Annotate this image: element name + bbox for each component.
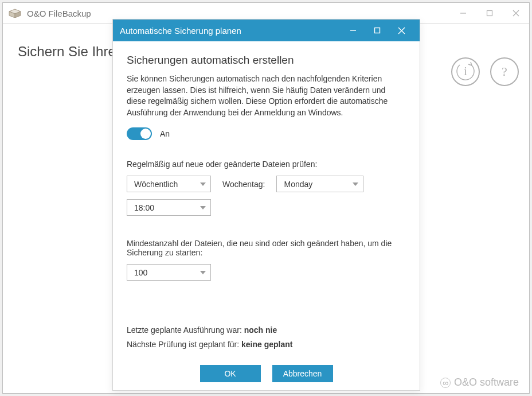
brand-prefix: O&O <box>454 376 477 388</box>
time-row: 18:00 <box>127 199 406 216</box>
ok-button[interactable]: OK <box>200 365 261 382</box>
frequency-row: Wöchentlich Wochentag: Monday <box>127 176 406 192</box>
frequency-dropdown[interactable]: Wöchentlich <box>127 176 211 192</box>
brand-suffix: software <box>480 376 519 388</box>
min-files-label: Mindestanzahl der Dateien, die neu sind … <box>127 239 396 257</box>
dialog-title: Automatische Sicherung planen <box>120 26 241 36</box>
time-dropdown[interactable]: 18:00 <box>127 199 211 216</box>
check-frequency-label: Regelmäßig auf neue oder geänderte Datei… <box>127 160 406 169</box>
enable-toggle-row: An <box>127 127 406 140</box>
next-run-value: keine geplant <box>241 340 292 349</box>
chevron-down-icon <box>200 206 206 209</box>
next-run-line: Nächste Prüfung ist geplant für: keine g… <box>127 337 406 352</box>
weekday-caption: Wochentag: <box>222 180 265 189</box>
min-files-value: 100 <box>134 268 147 277</box>
status-lines: Letzte geplante Ausführung war: noch nie… <box>127 323 406 351</box>
weekday-value: Monday <box>284 180 312 189</box>
dialog-button-bar: OK Abbrechen <box>113 358 420 390</box>
dialog-description: Sie können Sicherungen automatisch nach … <box>127 73 402 118</box>
help-button[interactable]: ? <box>490 57 519 86</box>
dialog-body: Sicherungen automatisch erstellen Sie kö… <box>113 41 420 358</box>
dialog-minimize-button[interactable] <box>342 20 365 41</box>
info-refresh-button[interactable]: i <box>451 57 480 86</box>
svg-rect-1 <box>487 11 492 16</box>
weekday-dropdown[interactable]: Monday <box>276 176 363 192</box>
dialog-close-button[interactable] <box>390 20 413 41</box>
chevron-down-icon <box>200 271 206 274</box>
schedule-dialog: Automatische Sicherung planen Sicherunge… <box>112 19 420 391</box>
app-title: O&O FileBackup <box>27 9 91 18</box>
chevron-down-icon <box>200 183 206 186</box>
toolbar-round-buttons: i ? <box>451 57 519 86</box>
app-icon <box>9 9 21 18</box>
min-files-dropdown[interactable]: 100 <box>127 264 211 281</box>
maximize-button[interactable] <box>476 3 503 24</box>
dialog-maximize-button[interactable] <box>366 20 389 41</box>
svg-rect-6 <box>375 28 380 33</box>
last-run-line: Letzte geplante Ausführung war: noch nie <box>127 323 406 337</box>
main-window-controls <box>450 3 529 24</box>
dialog-window-controls <box>342 20 413 41</box>
dialog-heading: Sicherungen automatisch erstellen <box>127 54 406 67</box>
minimize-button[interactable] <box>450 3 476 24</box>
svg-text:i: i <box>464 65 467 77</box>
last-run-label: Letzte geplante Ausführung war: <box>127 325 244 335</box>
cancel-button[interactable]: Abbrechen <box>272 365 333 382</box>
brand-footer: ∞ O&O software <box>440 376 519 389</box>
next-run-label: Nächste Prüfung ist geplant für: <box>127 340 241 349</box>
toggle-state-label: An <box>160 129 170 138</box>
time-value: 18:00 <box>134 203 154 212</box>
toggle-knob <box>140 129 151 139</box>
frequency-value: Wöchentlich <box>134 180 178 189</box>
enable-toggle[interactable] <box>127 127 152 140</box>
min-files-row: 100 <box>127 264 406 281</box>
dialog-titlebar: Automatische Sicherung planen <box>113 20 420 41</box>
close-button[interactable] <box>503 3 529 24</box>
chevron-down-icon <box>353 183 358 186</box>
brand-logo-icon: ∞ <box>440 378 451 388</box>
last-run-value: noch nie <box>244 325 277 335</box>
